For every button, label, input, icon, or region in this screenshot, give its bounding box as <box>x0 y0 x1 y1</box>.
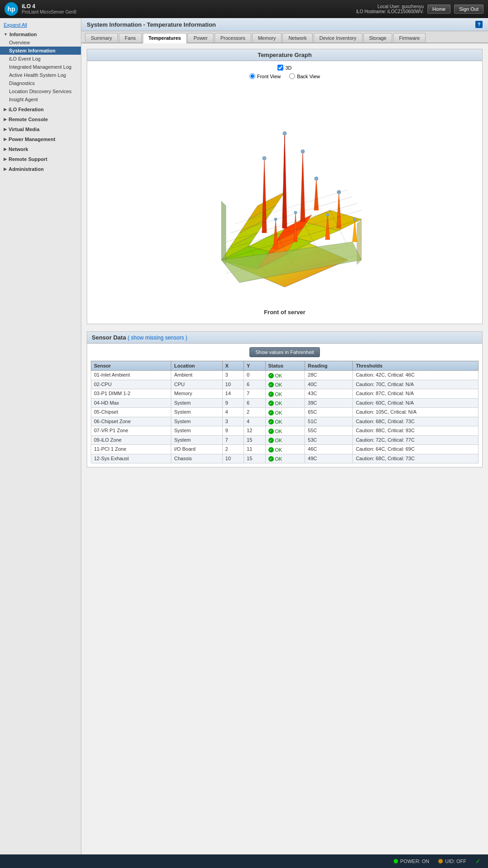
cell-x: 3 <box>222 417 244 426</box>
hp-logo: hp <box>5 2 18 16</box>
radio-front-label[interactable]: Front View <box>249 73 281 79</box>
ok-status-icon: ✓ OK <box>268 447 282 453</box>
sidebar-section-header-remote-support[interactable]: ▶ Remote Support <box>0 155 81 163</box>
tabs-bar: Summary Fans Temperatures Power Processo… <box>81 31 488 43</box>
table-row: 04-HD Max System 9 6 ✓ OK 39C Caution: 6… <box>91 398 479 408</box>
table-row: 06-Chipset Zone System 3 4 ✓ OK 51C Caut… <box>91 417 479 426</box>
tab-firmware[interactable]: Firmware <box>393 33 426 42</box>
fahrenheit-button[interactable]: Show values in Fahrenheit <box>249 347 320 357</box>
sidebar-item-diagnostics[interactable]: Diagnostics <box>0 79 81 87</box>
tab-temperatures[interactable]: Temperatures <box>143 33 187 43</box>
ok-status-icon: ✓ OK <box>268 410 282 415</box>
cell-status: ✓ OK <box>265 445 305 454</box>
tab-network[interactable]: Network <box>282 33 312 42</box>
table-row: 11-PCI 1 Zone I/O Board 2 11 ✓ OK 46C Ca… <box>91 445 479 454</box>
radio-front-view[interactable] <box>249 73 255 79</box>
sidebar-section-header-administration[interactable]: ▶ Administration <box>0 165 81 173</box>
cell-x: 4 <box>222 408 244 417</box>
tab-fans[interactable]: Fans <box>119 33 141 42</box>
page-header-bar: System Information - Temperature Informa… <box>81 18 488 31</box>
sidebar-section-header-network[interactable]: ▶ Network <box>0 145 81 153</box>
arrow-icon: ▼ <box>4 32 8 37</box>
cell-reading: 53C <box>305 435 353 445</box>
svg-point-27 <box>294 211 297 214</box>
sidebar-section-header-virtual-media[interactable]: ▶ Virtual Media <box>0 125 81 133</box>
cell-sensor: 11-PCI 1 Zone <box>91 445 171 454</box>
svg-point-17 <box>263 156 266 160</box>
cell-y: 2 <box>244 408 266 417</box>
ok-circle: ✓ <box>268 456 274 462</box>
cell-thresholds: Caution: 64C, Critical: 69C <box>353 445 479 454</box>
sidebar-item-system-information[interactable]: System Information <box>0 47 81 55</box>
sidebar-item-insight-agent[interactable]: Insight Agent <box>0 95 81 104</box>
home-button[interactable]: Home <box>427 5 450 14</box>
signout-button[interactable]: Sign Out <box>454 5 483 14</box>
graph-label: Front of server <box>260 305 309 319</box>
svg-marker-13 <box>282 133 287 228</box>
cell-thresholds: Caution: 42C, Critical: 46C <box>353 371 479 380</box>
cell-reading: 55C <box>305 426 353 436</box>
arrow-icon: ▶ <box>4 157 7 161</box>
sidebar-item-active-health[interactable]: Active Health System Log <box>0 71 81 79</box>
cell-location: System <box>171 408 222 417</box>
sidebar-section-label: Administration <box>9 166 44 172</box>
cell-y: 4 <box>244 417 266 426</box>
cell-x: 10 <box>222 454 244 463</box>
main-layout: Expand All ▼ Information Overview System… <box>0 18 488 854</box>
ok-circle: ✓ <box>268 447 274 453</box>
ok-status-icon: ✓ OK <box>268 392 282 397</box>
svg-marker-22 <box>337 192 341 228</box>
show-missing-sensors-link[interactable]: ( show missing sensors ) <box>128 335 188 341</box>
sidebar-section-header-power-management[interactable]: ▶ Power Management <box>0 135 81 143</box>
ok-status-icon: ✓ OK <box>268 429 282 434</box>
sidebar-item-overview[interactable]: Overview <box>0 38 81 47</box>
expand-all-link[interactable]: Expand All <box>0 20 81 29</box>
cell-sensor: 09-iLO Zone <box>91 435 171 445</box>
cell-x: 14 <box>222 389 244 399</box>
sidebar-section-label: Virtual Media <box>9 127 39 132</box>
help-button[interactable]: ? <box>475 21 483 28</box>
cell-sensor: 04-HD Max <box>91 398 171 408</box>
table-row: 12-Sys Exhaust Chassis 10 15 ✓ OK 49C Ca… <box>91 454 479 463</box>
svg-point-25 <box>274 218 277 221</box>
checkbox-3d-label[interactable]: 3D <box>277 65 291 71</box>
tab-memory[interactable]: Memory <box>252 33 282 42</box>
tab-storage[interactable]: Storage <box>363 33 393 42</box>
ok-status-icon: ✓ OK <box>268 401 282 406</box>
user-info: Local User: guozhenyu iLO Hostname: iLOC… <box>356 4 424 14</box>
fahrenheit-btn-area: Show values in Fahrenheit <box>87 344 482 361</box>
power-status-dot <box>394 859 398 863</box>
sidebar-section-header-remote-console[interactable]: ▶ Remote Console <box>0 115 81 123</box>
checkbox-3d[interactable] <box>277 65 283 71</box>
arrow-icon: ▶ <box>4 167 7 171</box>
tab-processors[interactable]: Processors <box>215 33 251 42</box>
cell-location: CPU <box>171 380 222 389</box>
tab-power[interactable]: Power <box>188 33 213 42</box>
cell-sensor: 03-P1 DIMM 1-2 <box>91 389 171 399</box>
sidebar-section-remote-console: ▶ Remote Console <box>0 114 81 124</box>
tab-summary[interactable]: Summary <box>85 33 118 42</box>
cell-reading: 43C <box>305 389 353 399</box>
ok-circle: ✓ <box>268 382 274 387</box>
sidebar-section-label: Power Management <box>9 137 55 142</box>
main-content: Temperature Graph 3D Front View <box>81 43 488 480</box>
tab-device-inventory[interactable]: Device Inventory <box>314 33 362 42</box>
cell-status: ✓ OK <box>265 398 305 408</box>
sidebar-item-location-discovery[interactable]: Location Discovery Services <box>0 87 81 95</box>
cell-status: ✓ OK <box>265 380 305 389</box>
cell-reading: 46C <box>305 445 353 454</box>
th-status: Status <box>265 361 305 371</box>
cell-status: ✓ OK <box>265 371 305 380</box>
sidebar-section-remote-support: ▶ Remote Support <box>0 154 81 164</box>
radio-back-label[interactable]: Back View <box>289 73 320 79</box>
header-left: hp iLO 4 ProLiant MicroServer Gen8 <box>5 2 76 16</box>
cell-sensor: 07-VR P1 Zone <box>91 426 171 436</box>
sensor-data-title: Sensor Data ( show missing sensors ) <box>87 332 482 344</box>
sidebar-item-ilo-event-log[interactable]: iLO Event Log <box>0 55 81 63</box>
sidebar-section-header-ilo-federation[interactable]: ▶ iLO Federation <box>0 105 81 113</box>
table-row: 07-VR P1 Zone System 9 12 ✓ OK 55C Cauti… <box>91 426 479 436</box>
sidebar-item-integrated-mgmt-log[interactable]: Integrated Management Log <box>0 63 81 71</box>
sidebar-section-header-information[interactable]: ▼ Information <box>0 30 81 38</box>
sidebar-section-label: Remote Console <box>9 117 48 122</box>
radio-back-view[interactable] <box>289 73 295 79</box>
